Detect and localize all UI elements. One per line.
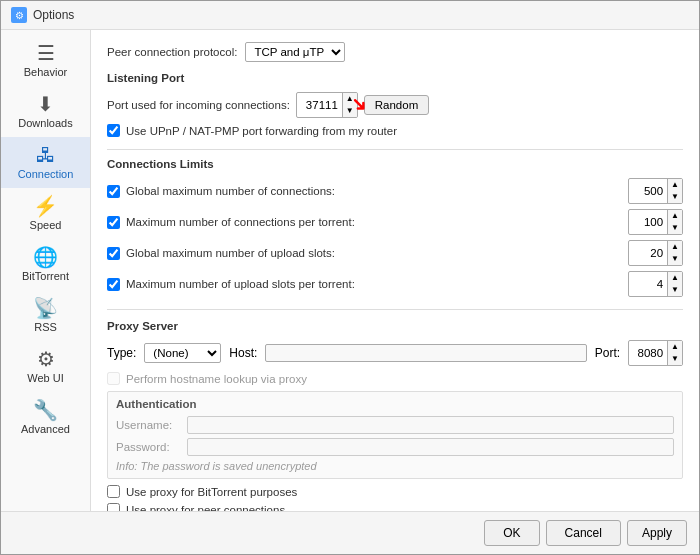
conn-label-3: Maximum number of upload slots per torre… (126, 278, 622, 290)
port-down-arrow[interactable]: ▼ (343, 105, 357, 117)
conn-label-1: Maximum number of connections per torren… (126, 216, 622, 228)
conn-checkbox-0[interactable] (107, 185, 120, 198)
conn-down-1[interactable]: ▼ (668, 222, 682, 234)
proxy-port-input[interactable] (629, 345, 667, 361)
connections-grid: Global maximum number of connections: ▲ … (107, 178, 683, 297)
sidebar-item-bittorrent[interactable]: 🌐 BitTorrent (1, 239, 90, 290)
sidebar-item-rss[interactable]: 📡 RSS (1, 290, 90, 341)
use-proxy-peer-row: Use proxy for peer connections (107, 503, 683, 511)
listening-port-section: Listening Port Port used for incoming co… (107, 72, 683, 137)
proxy-port-arrows: ▲ ▼ (667, 341, 682, 365)
port-arrows: ▲ ▼ (342, 93, 357, 117)
sidebar-label-connection: Connection (18, 168, 74, 180)
speed-icon: ⚡ (33, 196, 58, 216)
conn-arrows-1: ▲ ▼ (667, 210, 682, 234)
conn-row-3: Maximum number of upload slots per torre… (107, 271, 683, 297)
use-proxy-peer-checkbox[interactable] (107, 503, 120, 511)
conn-down-3[interactable]: ▼ (668, 284, 682, 296)
port-label: Port used for incoming connections: (107, 99, 290, 111)
random-button[interactable]: Random (364, 95, 429, 115)
conn-label-2: Global maximum number of upload slots: (126, 247, 622, 259)
sidebar-item-downloads[interactable]: ⬇ Downloads (1, 86, 90, 137)
sidebar-label-downloads: Downloads (18, 117, 72, 129)
downloads-icon: ⬇ (37, 94, 54, 114)
sidebar-label-behavior: Behavior (24, 66, 67, 78)
sidebar-label-bittorrent: BitTorrent (22, 270, 69, 282)
sidebar-item-advanced[interactable]: 🔧 Advanced (1, 392, 90, 443)
conn-input-3[interactable] (629, 276, 667, 292)
conn-arrows-3: ▲ ▼ (667, 272, 682, 296)
proxy-port-down[interactable]: ▼ (668, 353, 682, 365)
conn-spinner-1: ▲ ▼ (628, 209, 683, 235)
proxy-host-input[interactable] (265, 344, 586, 362)
conn-up-2[interactable]: ▲ (668, 241, 682, 253)
conn-label-0: Global maximum number of connections: (126, 185, 622, 197)
password-label: Password: (116, 441, 181, 453)
conn-row-2: Global maximum number of upload slots: ▲… (107, 240, 683, 266)
listening-port-header: Listening Port (107, 72, 683, 84)
use-proxy-bittorrent-checkbox[interactable] (107, 485, 120, 498)
behavior-icon: ☰ (37, 43, 55, 63)
peer-protocol-label: Peer connection protocol: (107, 46, 237, 58)
upnp-label: Use UPnP / NAT-PMP port forwarding from … (126, 125, 397, 137)
port-row: Port used for incoming connections: ▲ ▼ … (107, 92, 683, 118)
conn-checkbox-1[interactable] (107, 216, 120, 229)
sidebar-label-speed: Speed (30, 219, 62, 231)
username-row: Username: (116, 416, 674, 434)
app-icon: ⚙ (11, 7, 27, 23)
hostname-lookup-label: Perform hostname lookup via proxy (126, 373, 307, 385)
peer-protocol-row: Peer connection protocol: TCP and μTP TC… (107, 42, 683, 62)
use-proxy-bittorrent-label: Use proxy for BitTorrent purposes (126, 486, 297, 498)
conn-down-2[interactable]: ▼ (668, 253, 682, 265)
conn-spinner-3: ▲ ▼ (628, 271, 683, 297)
proxy-type-select[interactable]: (None) SOCKS4 SOCKS5 HTTP (144, 343, 221, 363)
proxy-port-label: Port: (595, 346, 620, 360)
apply-button[interactable]: Apply (627, 520, 687, 546)
port-input[interactable] (297, 97, 342, 113)
sidebar-item-behavior[interactable]: ☰ Behavior (1, 35, 90, 86)
conn-arrows-2: ▲ ▼ (667, 241, 682, 265)
hostname-lookup-row: Perform hostname lookup via proxy (107, 372, 683, 385)
sidebar-item-webui[interactable]: ⚙ Web UI (1, 341, 90, 392)
title-bar: ⚙ Options (1, 1, 699, 30)
password-row: Password: (116, 438, 674, 456)
sidebar-item-speed[interactable]: ⚡ Speed (1, 188, 90, 239)
conn-up-1[interactable]: ▲ (668, 210, 682, 222)
ok-button[interactable]: OK (484, 520, 539, 546)
conn-up-3[interactable]: ▲ (668, 272, 682, 284)
sidebar-label-webui: Web UI (27, 372, 63, 384)
proxy-port-spinner: ▲ ▼ (628, 340, 683, 366)
advanced-icon: 🔧 (33, 400, 58, 420)
hostname-lookup-checkbox[interactable] (107, 372, 120, 385)
conn-spinner-0: ▲ ▼ (628, 178, 683, 204)
upnp-checkbox-row: Use UPnP / NAT-PMP port forwarding from … (107, 124, 683, 137)
username-label: Username: (116, 419, 181, 431)
connection-limits-section: Connections Limits Global maximum number… (107, 158, 683, 297)
username-input[interactable] (187, 416, 674, 434)
port-up-arrow[interactable]: ▲ (343, 93, 357, 105)
proxy-type-row: Type: (None) SOCKS4 SOCKS5 HTTP Host: Po… (107, 340, 683, 366)
conn-down-0[interactable]: ▼ (668, 191, 682, 203)
conn-up-0[interactable]: ▲ (668, 179, 682, 191)
cancel-button[interactable]: Cancel (546, 520, 621, 546)
rss-icon: 📡 (33, 298, 58, 318)
bittorrent-icon: 🌐 (33, 247, 58, 267)
conn-checkbox-2[interactable] (107, 247, 120, 260)
conn-input-1[interactable] (629, 214, 667, 230)
sidebar: ☰ Behavior ⬇ Downloads 🖧 Connection ⚡ Sp… (1, 30, 91, 511)
conn-row-1: Maximum number of connections per torren… (107, 209, 683, 235)
sidebar-item-connection[interactable]: 🖧 Connection (1, 137, 90, 188)
password-input[interactable] (187, 438, 674, 456)
webui-icon: ⚙ (37, 349, 55, 369)
sidebar-label-advanced: Advanced (21, 423, 70, 435)
peer-protocol-select[interactable]: TCP and μTP TCP μTP (245, 42, 345, 62)
upnp-checkbox[interactable] (107, 124, 120, 137)
divider-1 (107, 149, 683, 150)
main-panel: ➜ Peer connection protocol: TCP and μTP … (91, 30, 699, 511)
conn-checkbox-3[interactable] (107, 278, 120, 291)
proxy-type-label: Type: (107, 346, 136, 360)
proxy-port-up[interactable]: ▲ (668, 341, 682, 353)
conn-input-0[interactable] (629, 183, 667, 199)
conn-input-2[interactable] (629, 245, 667, 261)
connection-icon: 🖧 (36, 145, 56, 165)
